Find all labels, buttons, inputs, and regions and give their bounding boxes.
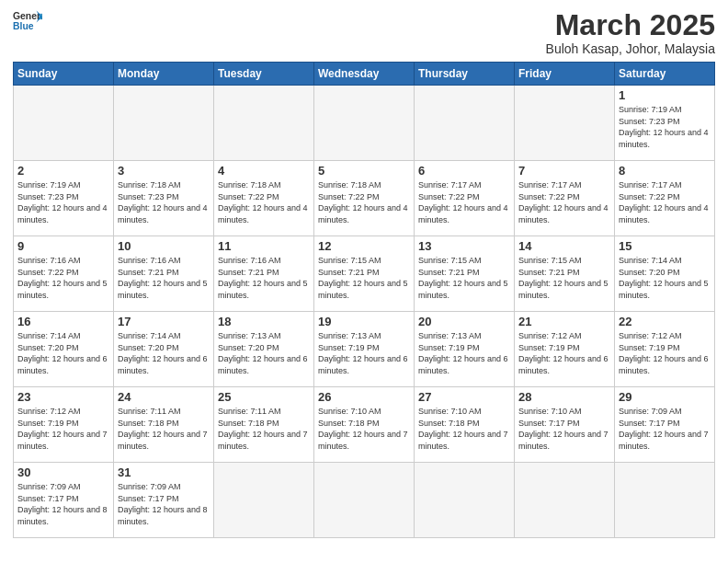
day-empty: [515, 463, 615, 538]
day-18: 18 Sunrise: 7:13 AMSunset: 7:20 PMDaylig…: [214, 312, 314, 387]
header-tuesday: Tuesday: [214, 63, 314, 86]
location: Buloh Kasap, Johor, Malaysia: [546, 41, 715, 56]
day-1: 1 Sunrise: 7:19 AMSunset: 7:23 PMDayligh…: [615, 86, 715, 161]
day-31: 31 Sunrise: 7:09 AMSunset: 7:17 PMDaylig…: [114, 463, 214, 538]
day-30: 30 Sunrise: 7:09 AMSunset: 7:17 PMDaylig…: [14, 463, 114, 538]
day-3: 3 Sunrise: 7:18 AMSunset: 7:23 PMDayligh…: [114, 161, 214, 236]
day-14: 14 Sunrise: 7:15 AMSunset: 7:21 PMDaylig…: [515, 236, 615, 312]
page: General Blue March 2025 Buloh Kasap, Joh…: [0, 0, 728, 563]
header-friday: Friday: [515, 63, 615, 86]
day-20: 20 Sunrise: 7:13 AMSunset: 7:19 PMDaylig…: [415, 312, 515, 387]
week-row-4: 16 Sunrise: 7:14 AMSunset: 7:20 PMDaylig…: [14, 312, 715, 387]
day-27: 27 Sunrise: 7:10 AMSunset: 7:18 PMDaylig…: [415, 387, 515, 463]
header: General Blue March 2025 Buloh Kasap, Joh…: [13, 9, 715, 56]
day-15: 15 Sunrise: 7:14 AMSunset: 7:20 PMDaylig…: [615, 236, 715, 312]
day-28: 28 Sunrise: 7:10 AMSunset: 7:17 PMDaylig…: [515, 387, 615, 463]
svg-text:Blue: Blue: [13, 21, 34, 31]
header-thursday: Thursday: [415, 63, 515, 86]
day-empty: [314, 86, 415, 161]
day-8: 8 Sunrise: 7:17 AMSunset: 7:22 PMDayligh…: [615, 161, 715, 236]
header-wednesday: Wednesday: [314, 63, 415, 86]
calendar-table: Sunday Monday Tuesday Wednesday Thursday…: [13, 62, 715, 538]
svg-marker-3: [40, 14, 42, 19]
header-monday: Monday: [114, 63, 214, 86]
day-empty: [615, 463, 715, 538]
day-17: 17 Sunrise: 7:14 AMSunset: 7:20 PMDaylig…: [114, 312, 214, 387]
day-10: 10 Sunrise: 7:16 AMSunset: 7:21 PMDaylig…: [114, 236, 214, 312]
generalblue-icon: General Blue: [13, 9, 42, 31]
day-7: 7 Sunrise: 7:17 AMSunset: 7:22 PMDayligh…: [515, 161, 615, 236]
header-sunday: Sunday: [14, 63, 114, 86]
day-empty: [515, 86, 615, 161]
day-25: 25 Sunrise: 7:11 AMSunset: 7:18 PMDaylig…: [214, 387, 314, 463]
day-4: 4 Sunrise: 7:18 AMSunset: 7:22 PMDayligh…: [214, 161, 314, 236]
day-22: 22 Sunrise: 7:12 AMSunset: 7:19 PMDaylig…: [615, 312, 715, 387]
weekday-header-row: Sunday Monday Tuesday Wednesday Thursday…: [14, 63, 715, 86]
day-empty: [214, 86, 314, 161]
day-19: 19 Sunrise: 7:13 AMSunset: 7:19 PMDaylig…: [314, 312, 415, 387]
day-6: 6 Sunrise: 7:17 AMSunset: 7:22 PMDayligh…: [415, 161, 515, 236]
title-block: March 2025 Buloh Kasap, Johor, Malaysia: [546, 9, 715, 56]
week-row-2: 2 Sunrise: 7:19 AMSunset: 7:23 PMDayligh…: [14, 161, 715, 236]
week-row-1: 1 Sunrise: 7:19 AMSunset: 7:23 PMDayligh…: [14, 86, 715, 161]
day-13: 13 Sunrise: 7:15 AMSunset: 7:21 PMDaylig…: [415, 236, 515, 312]
header-saturday: Saturday: [615, 63, 715, 86]
day-12: 12 Sunrise: 7:15 AMSunset: 7:21 PMDaylig…: [314, 236, 415, 312]
week-row-6: 30 Sunrise: 7:09 AMSunset: 7:17 PMDaylig…: [14, 463, 715, 538]
day-16: 16 Sunrise: 7:14 AMSunset: 7:20 PMDaylig…: [14, 312, 114, 387]
day-24: 24 Sunrise: 7:11 AMSunset: 7:18 PMDaylig…: [114, 387, 214, 463]
day-2: 2 Sunrise: 7:19 AMSunset: 7:23 PMDayligh…: [14, 161, 114, 236]
day-9: 9 Sunrise: 7:16 AMSunset: 7:22 PMDayligh…: [14, 236, 114, 312]
month-year: March 2025: [546, 9, 715, 41]
week-row-5: 23 Sunrise: 7:12 AMSunset: 7:19 PMDaylig…: [14, 387, 715, 463]
day-26: 26 Sunrise: 7:10 AMSunset: 7:18 PMDaylig…: [314, 387, 415, 463]
day-empty: [415, 86, 515, 161]
day-empty: [314, 463, 415, 538]
week-row-3: 9 Sunrise: 7:16 AMSunset: 7:22 PMDayligh…: [14, 236, 715, 312]
day-empty: [214, 463, 314, 538]
day-empty: [14, 86, 114, 161]
day-empty: [114, 86, 214, 161]
day-empty: [415, 463, 515, 538]
day-23: 23 Sunrise: 7:12 AMSunset: 7:19 PMDaylig…: [14, 387, 114, 463]
logo: General Blue: [13, 9, 42, 31]
day-29: 29 Sunrise: 7:09 AMSunset: 7:17 PMDaylig…: [615, 387, 715, 463]
day-5: 5 Sunrise: 7:18 AMSunset: 7:22 PMDayligh…: [314, 161, 415, 236]
day-11: 11 Sunrise: 7:16 AMSunset: 7:21 PMDaylig…: [214, 236, 314, 312]
day-21: 21 Sunrise: 7:12 AMSunset: 7:19 PMDaylig…: [515, 312, 615, 387]
